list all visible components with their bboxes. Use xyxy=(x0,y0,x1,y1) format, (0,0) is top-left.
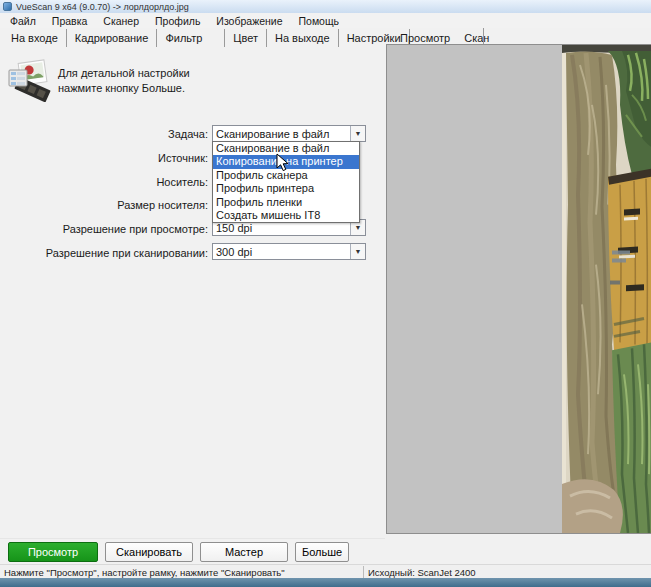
scan-preview-panel[interactable] xyxy=(386,44,651,534)
action-buttons: ПросмотрСканироватьМастерБольше xyxy=(8,542,349,562)
action-button[interactable]: Больше xyxy=(295,542,349,562)
settings-tab[interactable]: Фильтр xyxy=(157,29,225,47)
mouse-cursor xyxy=(276,153,289,176)
menubar: ФайлПравкаСканерПрофильИзображениеПомощь xyxy=(0,13,651,28)
settings-tab[interactable]: Цвет xyxy=(225,29,267,47)
dropdown-arrow-icon[interactable]: ▼ xyxy=(350,244,365,259)
app-icon xyxy=(3,2,12,11)
statusbar: Нажмите "Просмотр", настройте рамку, наж… xyxy=(0,564,651,578)
settings-tab[interactable]: Кадрирование xyxy=(67,29,158,47)
menu-item[interactable]: Файл xyxy=(2,15,44,27)
source-label: Источник: xyxy=(0,152,208,164)
task-combobox[interactable]: Сканирование в файл ▼ xyxy=(212,125,366,142)
settings-tab[interactable]: На выходе xyxy=(267,29,339,47)
scan-dpi-label: Разрешение при сканировании: xyxy=(0,247,208,259)
status-hint-text: Нажмите "Просмотр", настройте рамку, наж… xyxy=(4,567,285,578)
scan-dpi-combobox[interactable]: 300 dpi ▼ xyxy=(212,243,366,260)
status-divider xyxy=(363,566,364,578)
task-combobox-value: Сканирование в файл xyxy=(216,128,350,140)
bottom-seek-bar[interactable] xyxy=(0,578,651,587)
photo-filmstrip-icon xyxy=(8,58,52,102)
divider-line xyxy=(0,538,385,539)
settings-tabs: На входеКадрированиеФильтрЦветНа выходеН… xyxy=(3,29,410,47)
action-button[interactable]: Мастер xyxy=(200,542,288,562)
action-button[interactable]: Просмотр xyxy=(8,542,98,562)
window-title: VueScan 9 x64 (9.0.70) -> лорлдорлдо.jpg xyxy=(16,2,189,12)
scan-dpi-value: 300 dpi xyxy=(216,246,350,258)
media-size-label: Размер носителя: xyxy=(0,199,208,211)
menu-item[interactable]: Изображение xyxy=(208,15,290,27)
action-button[interactable]: Сканировать xyxy=(105,542,193,562)
hint-text: Для детальной настройки нажмите кнопку Б… xyxy=(58,66,190,96)
menu-item[interactable]: Профиль xyxy=(147,15,208,27)
status-source-text: Исходный: ScanJet 2400 xyxy=(368,567,476,578)
task-label: Задача: xyxy=(0,128,208,140)
dropdown-option[interactable]: Создать мишень IT8 xyxy=(213,209,359,222)
titlebar: VueScan 9 x64 (9.0.70) -> лорлдорлдо.jpg xyxy=(0,0,651,13)
dropdown-option[interactable]: Профиль пленки xyxy=(213,196,359,209)
dropdown-arrow-icon[interactable]: ▼ xyxy=(350,126,365,141)
media-label: Носитель: xyxy=(0,176,208,188)
menu-item[interactable]: Сканер xyxy=(95,15,147,27)
menu-item[interactable]: Правка xyxy=(44,15,95,27)
dropdown-option[interactable]: Профиль принтера xyxy=(213,182,359,195)
hint-line1: Для детальной настройки xyxy=(58,66,190,81)
scan-preview-image xyxy=(562,45,651,533)
hint-line2: нажмите кнопку Больше. xyxy=(58,81,190,96)
vuescan-window: VueScan 9 x64 (9.0.70) -> лорлдорлдо.jpg… xyxy=(0,0,651,587)
settings-tab[interactable]: На входе xyxy=(3,29,67,47)
menu-item[interactable]: Помощь xyxy=(291,15,348,27)
preview-dpi-label: Разрешение при просмотре: xyxy=(0,223,208,235)
